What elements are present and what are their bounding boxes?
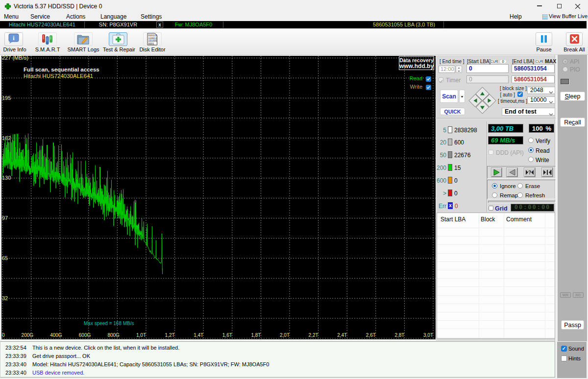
- svg-text:600G: 600G: [79, 332, 91, 338]
- svg-text:227 (MB/s): 227 (MB/s): [2, 56, 28, 61]
- svg-text:2,0T: 2,0T: [280, 332, 290, 338]
- svg-text:2,2T: 2,2T: [309, 332, 318, 338]
- svg-text:0: 0: [2, 332, 5, 338]
- svg-text:97: 97: [2, 215, 8, 221]
- svg-text:2,6T: 2,6T: [366, 332, 376, 338]
- svg-text:2,8T: 2,8T: [394, 332, 404, 338]
- svg-text:Write: Write: [410, 84, 422, 90]
- svg-text:2,4T: 2,4T: [337, 332, 347, 338]
- svg-text:0001: 0001: [148, 43, 154, 46]
- svg-text:Full scan, sequential access: Full scan, sequential access: [24, 67, 99, 72]
- svg-text:162: 162: [2, 135, 11, 141]
- svg-text:1,2T: 1,2T: [165, 332, 175, 338]
- svg-text:65: 65: [2, 255, 8, 261]
- svg-text:Max speed = 168 MB/s: Max speed = 168 MB/s: [84, 321, 134, 326]
- svg-text:1,6T: 1,6T: [222, 332, 232, 338]
- svg-text:400G: 400G: [50, 332, 62, 338]
- svg-text:Data recovery: Data recovery: [399, 57, 434, 63]
- svg-text:3,0T: 3,0T: [423, 332, 433, 338]
- svg-text:Hitachi HUS724030ALE641: Hitachi HUS724030ALE641: [24, 73, 93, 79]
- svg-text:Read: Read: [410, 75, 422, 81]
- svg-text:?: ?: [528, 170, 531, 175]
- svg-text:195: 195: [2, 95, 11, 101]
- svg-text:800G: 800G: [107, 332, 120, 338]
- svg-text:1,4T: 1,4T: [194, 332, 203, 338]
- svg-text:200G: 200G: [22, 332, 34, 338]
- svg-text:130: 130: [2, 175, 11, 181]
- svg-text:1,0T: 1,0T: [136, 332, 146, 338]
- svg-text:www.hdd.by: www.hdd.by: [399, 63, 434, 70]
- svg-text:1,8T: 1,8T: [251, 332, 261, 338]
- svg-text:32: 32: [2, 295, 8, 301]
